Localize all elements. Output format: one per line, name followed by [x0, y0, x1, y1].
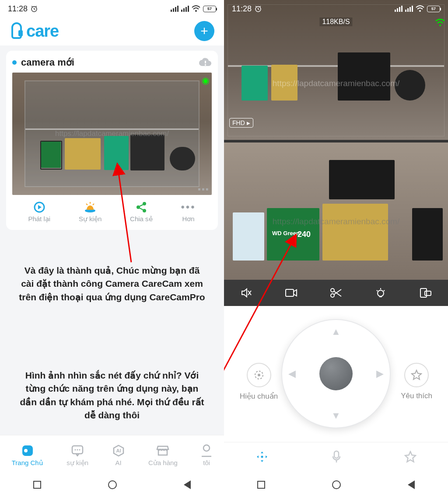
replay-button[interactable]: Phát lại	[28, 201, 50, 223]
logo-text: care	[26, 22, 59, 41]
mic-icon	[332, 450, 341, 463]
wifi-icon	[192, 5, 200, 12]
nav-me[interactable]: tôi	[201, 444, 212, 466]
ptz-down[interactable]: ▼	[331, 410, 341, 421]
nav-ai[interactable]: AI AI	[112, 444, 125, 466]
light-button[interactable]	[373, 285, 388, 301]
wifi-icon	[416, 5, 424, 12]
move-icon	[256, 450, 269, 463]
home-icon	[21, 444, 34, 457]
back-key[interactable]	[184, 480, 191, 489]
tab-talk[interactable]	[332, 450, 341, 465]
add-camera-button[interactable]: +	[194, 21, 214, 41]
svg-rect-33	[407, 8, 409, 12]
svg-point-23	[79, 449, 80, 450]
scissors-icon	[329, 287, 343, 299]
camera-name: camera mới	[21, 57, 74, 68]
svg-rect-12	[205, 64, 206, 66]
battery-icon: 57	[203, 6, 216, 12]
fullscreen-button[interactable]	[418, 285, 434, 301]
tab-favorite[interactable]	[404, 451, 416, 465]
svg-point-22	[77, 449, 78, 450]
calibrate-icon	[253, 369, 265, 381]
product-label: 240	[298, 230, 311, 239]
svg-rect-43	[425, 291, 431, 295]
svg-rect-2	[173, 8, 174, 12]
product-label: WD Green	[272, 230, 300, 236]
wifi-strength-icon	[435, 18, 445, 27]
status-bar: 11:28 57	[0, 0, 224, 17]
svg-rect-32	[405, 10, 406, 12]
cloud-alert-icon[interactable]	[199, 57, 212, 68]
back-key[interactable]	[408, 480, 415, 489]
recents-key[interactable]	[33, 481, 41, 489]
recents-key[interactable]	[257, 481, 265, 489]
ptz-right[interactable]: ▶	[376, 368, 384, 379]
signal-icon	[405, 6, 413, 12]
svg-point-36	[419, 10, 421, 12]
alarm-light-icon	[84, 201, 96, 213]
mute-button[interactable]	[238, 285, 254, 301]
svg-point-19	[24, 449, 28, 452]
battery-icon: 57	[427, 6, 440, 12]
profile-icon	[201, 444, 212, 457]
favorite-button[interactable]: Yêu thích	[401, 363, 432, 400]
status-bar: 11:28 57	[224, 0, 448, 17]
signal-icon	[395, 6, 402, 12]
mute-icon	[240, 287, 252, 299]
svg-rect-34	[410, 7, 411, 12]
status-time: 11:28	[232, 4, 252, 14]
video-feed-zoom: WD Green 240	[224, 142, 448, 280]
store-icon	[156, 445, 169, 457]
calibrate-button[interactable]: Hiệu chuẩn	[240, 363, 278, 401]
phone-left-home: 11:28 57 care + camera m	[0, 0, 224, 497]
app-logo: care	[10, 22, 59, 41]
snapshot-button[interactable]	[328, 285, 344, 301]
nav-home[interactable]: Trang Chủ	[12, 444, 43, 467]
nav-store[interactable]: Cửa hàng	[148, 444, 178, 467]
svg-point-45	[258, 374, 260, 376]
ptz-left[interactable]: ◀	[288, 368, 296, 379]
home-key[interactable]	[108, 480, 117, 489]
record-button[interactable]	[284, 285, 299, 301]
watermark-text: https://lapdatcameramienbac.com/	[273, 217, 399, 226]
tab-ptz[interactable]	[256, 450, 269, 465]
home-key[interactable]	[332, 480, 341, 489]
app-header: care +	[0, 17, 224, 45]
share-button[interactable]: Chia sẻ	[130, 201, 153, 223]
svg-point-25	[203, 445, 210, 451]
alarm-icon	[30, 5, 38, 13]
svg-rect-4	[177, 6, 178, 12]
svg-point-37	[439, 24, 441, 26]
watermark-text: https://lapdatcameramienbac.com/	[55, 129, 169, 138]
phone-right-liveview: 11:28 57 WD Green 240 118KB/S FHD▶	[224, 0, 448, 497]
resolution-button[interactable]: FHD▶	[229, 118, 253, 128]
wifi-signal-icon: ◉	[202, 75, 209, 86]
svg-text:AI: AI	[116, 448, 121, 453]
chat-icon	[71, 445, 84, 456]
live-video-area[interactable]: WD Green 240 118KB/S FHD▶ https://lapdat…	[224, 0, 448, 280]
svg-rect-29	[397, 8, 398, 12]
star-icon	[411, 369, 422, 381]
ptz-up[interactable]: ▲	[331, 326, 341, 337]
watermark-text: https://lapdatcameramienbac.com/	[273, 79, 399, 88]
camera-card[interactable]: camera mới ◉ ■ ■ ■ https://lapdatcameram…	[6, 51, 218, 230]
ptz-center[interactable]	[319, 357, 353, 390]
ai-icon: AI	[112, 444, 125, 457]
star-icon	[404, 451, 416, 463]
event-button[interactable]: Sự kiện	[79, 201, 102, 223]
bulb-icon	[374, 287, 387, 299]
android-nav-keys	[0, 473, 224, 497]
svg-rect-5	[181, 10, 182, 12]
signal-icon	[181, 6, 189, 12]
more-button[interactable]: ••• Hơn	[181, 201, 196, 223]
ptz-joystick[interactable]: ▲ ▼ ◀ ▶	[281, 319, 391, 428]
nav-event[interactable]: sự kiện	[66, 444, 88, 467]
bottom-nav: Trang Chủ sự kiện AI AI Cửa hàng tôi	[0, 435, 224, 473]
camera-preview[interactable]: ◉ ■ ■ ■ https://lapdatcameramienbac.com/	[12, 73, 212, 195]
bitrate-label: 118KB/S	[319, 17, 352, 26]
share-icon	[136, 201, 147, 213]
svg-rect-42	[420, 288, 427, 297]
rotate-icon	[420, 288, 432, 298]
svg-rect-30	[399, 7, 400, 12]
